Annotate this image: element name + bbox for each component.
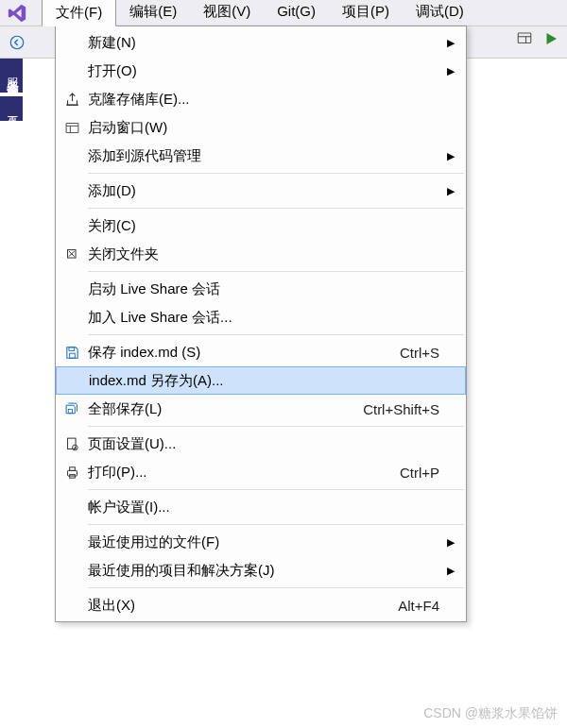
window-layout-icon[interactable] <box>516 30 533 47</box>
menu-item-label: 退出(X) <box>88 597 387 615</box>
file-menu-item-0[interactable]: 新建(N)▶ <box>56 28 466 57</box>
file-menu-item-19[interactable]: 打印(P)...Ctrl+P <box>56 458 466 486</box>
menu-separator <box>88 426 464 427</box>
submenu-arrow-icon: ▶ <box>439 536 455 549</box>
svg-rect-11 <box>68 409 72 413</box>
toolbar-right <box>516 30 559 47</box>
menu-separator <box>88 489 464 490</box>
file-menu-item-14[interactable]: 保存 index.md (S)Ctrl+S <box>56 338 466 366</box>
start-icon[interactable] <box>542 30 559 47</box>
save-icon <box>56 345 88 361</box>
menubar-item-1[interactable]: 编辑(E) <box>116 0 190 26</box>
menu-item-label: 克隆存储库(E)... <box>88 91 439 109</box>
submenu-arrow-icon: ▶ <box>439 37 455 49</box>
menu-item-shortcut: Ctrl+Shift+S <box>363 401 439 417</box>
file-menu-item-9[interactable]: 关闭文件夹 <box>56 240 466 268</box>
menu-item-shortcut: Alt+F4 <box>398 598 439 614</box>
file-menu-item-16[interactable]: 全部保存(L)Ctrl+Shift+S <box>56 395 466 423</box>
file-menu-item-1[interactable]: 打开(O)▶ <box>56 57 466 85</box>
file-menu-item-6[interactable]: 添加(D)▶ <box>56 177 466 205</box>
print-icon <box>56 465 88 481</box>
menu-separator <box>88 208 464 209</box>
file-menu-item-26[interactable]: 退出(X)Alt+F4 <box>56 591 466 619</box>
file-menu-item-8[interactable]: 关闭(C) <box>56 212 466 240</box>
menu-item-label: 页面设置(U)... <box>88 435 439 453</box>
svg-rect-5 <box>66 123 78 132</box>
svg-rect-16 <box>69 466 75 470</box>
menu-item-label: 帐户设置(I)... <box>88 499 439 516</box>
menu-item-label: 加入 Live Share 会话... <box>88 309 439 327</box>
menubar-item-5[interactable]: 调试(D) <box>403 0 477 26</box>
side-tab-toolbox[interactable]: 工具箱 <box>0 96 23 121</box>
file-menu-item-12[interactable]: 加入 Live Share 会话... <box>56 303 466 331</box>
menu-item-label: 添加到源代码管理 <box>88 147 439 165</box>
menu-separator <box>88 524 464 525</box>
svg-rect-10 <box>69 353 75 358</box>
file-menu-item-3[interactable]: 启动窗口(W) <box>56 113 466 142</box>
menubar-item-3[interactable]: Git(G) <box>264 0 329 26</box>
menu-item-label: 最近使用的项目和解决方案(J) <box>88 562 439 580</box>
svg-rect-1 <box>518 33 531 43</box>
menu-separator <box>88 587 464 588</box>
submenu-arrow-icon: ▶ <box>439 185 455 197</box>
side-tab-server-explorer[interactable]: 服务器资源管理器 <box>0 59 23 93</box>
menu-item-label: 关闭(C) <box>88 217 439 235</box>
svg-point-14 <box>74 447 76 449</box>
submenu-arrow-icon: ▶ <box>439 65 455 77</box>
clone-icon <box>56 92 88 108</box>
menu-item-label: index.md 另存为(A)... <box>89 372 438 390</box>
file-menu-item-23[interactable]: 最近使用过的文件(F)▶ <box>56 528 466 556</box>
menu-separator <box>88 334 464 335</box>
menu-item-shortcut: Ctrl+S <box>400 345 439 361</box>
file-menu-dropdown: 新建(N)▶打开(O)▶克隆存储库(E)...启动窗口(W)添加到源代码管理▶添… <box>55 25 467 622</box>
menubar-item-2[interactable]: 视图(V) <box>190 0 264 26</box>
file-menu-item-21[interactable]: 帐户设置(I)... <box>56 493 466 521</box>
menu-item-shortcut: Ctrl+P <box>400 465 439 481</box>
back-icon[interactable] <box>6 31 28 54</box>
menubar-item-4[interactable]: 项目(P) <box>329 0 403 26</box>
window-icon <box>56 120 88 136</box>
svg-point-0 <box>10 36 24 49</box>
menubar-item-0[interactable]: 文件(F) <box>42 0 116 26</box>
menu-item-label: 启动 Live Share 会话 <box>88 280 439 298</box>
svg-rect-9 <box>68 347 74 350</box>
menu-item-label: 最近使用过的文件(F) <box>88 533 439 551</box>
submenu-arrow-icon: ▶ <box>439 565 455 577</box>
menubar: 文件(F)编辑(E)视图(V)Git(G)项目(P)调试(D) <box>0 0 567 26</box>
watermark: CSDN @糖浆水果馅饼 <box>423 705 558 722</box>
side-tabs: 服务器资源管理器 工具箱 <box>0 59 23 121</box>
menu-item-label: 关闭文件夹 <box>88 245 439 263</box>
menu-item-label: 启动窗口(W) <box>88 119 439 137</box>
menu-item-label: 添加(D) <box>88 182 439 200</box>
menu-separator <box>88 173 464 174</box>
file-menu-item-18[interactable]: 页面设置(U)... <box>56 430 466 458</box>
file-menu-item-2[interactable]: 克隆存储库(E)... <box>56 85 466 113</box>
file-menu-item-4[interactable]: 添加到源代码管理▶ <box>56 142 466 170</box>
submenu-arrow-icon: ▶ <box>439 150 455 162</box>
menu-item-label: 保存 index.md (S) <box>88 344 388 362</box>
menu-separator <box>88 271 464 272</box>
menu-item-label: 全部保存(L) <box>88 400 352 418</box>
menu-item-label: 打开(O) <box>88 62 439 80</box>
svg-rect-15 <box>67 470 77 476</box>
file-menu-item-24[interactable]: 最近使用的项目和解决方案(J)▶ <box>56 556 466 584</box>
vs-logo-icon <box>2 1 32 25</box>
file-menu-item-11[interactable]: 启动 Live Share 会话 <box>56 275 466 303</box>
close-folder-icon <box>56 246 88 262</box>
save-all-icon <box>56 401 88 417</box>
menu-item-label: 打印(P)... <box>88 464 388 482</box>
file-menu-item-15[interactable]: index.md 另存为(A)... <box>56 366 466 395</box>
menu-item-label: 新建(N) <box>88 34 439 52</box>
page-setup-icon <box>56 436 88 452</box>
